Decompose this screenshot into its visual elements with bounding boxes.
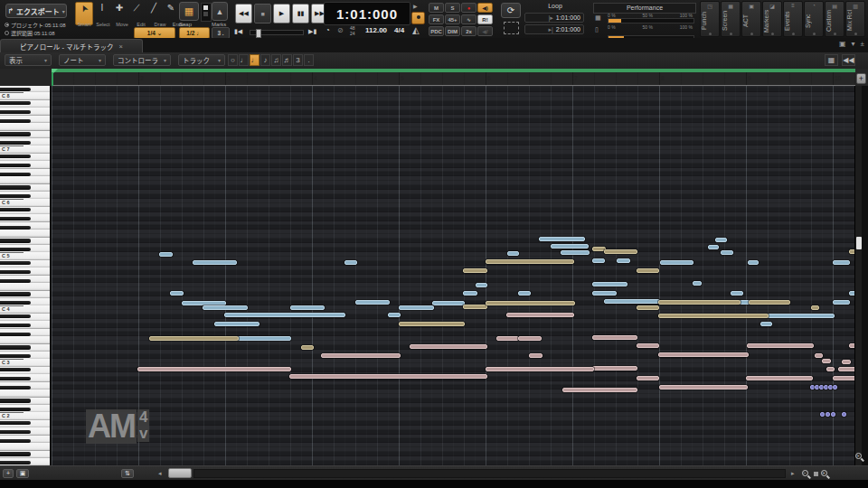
midi-note[interactable]: [432, 301, 465, 305]
tool-edit-button[interactable]: ⟋: [128, 2, 145, 23]
midi-note[interactable]: [731, 291, 743, 296]
black-key[interactable]: [0, 119, 31, 123]
go-to-end-button[interactable]: ▶▮: [308, 28, 316, 35]
midi-note[interactable]: [193, 260, 237, 265]
black-key[interactable]: [0, 155, 31, 158]
view-window-icon-1[interactable]: ▾: [852, 40, 855, 48]
solo-override-button[interactable]: ◀/: [477, 26, 493, 36]
midi-note[interactable]: [637, 343, 659, 348]
midi-note[interactable]: [747, 343, 814, 348]
midi-note[interactable]: [344, 260, 357, 265]
midi-note[interactable]: [463, 305, 487, 309]
loop-end-field[interactable]: ▸| 2:01:000: [524, 24, 584, 34]
black-key[interactable]: [0, 88, 31, 91]
black-key[interactable]: [0, 345, 31, 349]
midi-note[interactable]: [842, 412, 846, 417]
scrub-slider[interactable]: [250, 30, 304, 35]
midi-note[interactable]: [842, 360, 851, 364]
export-selection-radio[interactable]: 選択範囲:05:11:08: [5, 29, 55, 36]
midi-note[interactable]: [822, 359, 831, 363]
black-key[interactable]: [0, 248, 31, 251]
tool-move-button[interactable]: ✚: [111, 2, 127, 23]
midi-note[interactable]: [693, 281, 702, 286]
midi-note[interactable]: [592, 282, 627, 286]
black-key[interactable]: [0, 194, 31, 198]
module-tab-screen[interactable]: ▦Screen: [721, 1, 741, 37]
midi-note[interactable]: [660, 260, 693, 265]
phantom-power-button[interactable]: 45+: [445, 14, 460, 24]
midi-note[interactable]: [182, 301, 226, 305]
midi-note[interactable]: [815, 353, 823, 358]
zoom-level-box[interactable]: [814, 472, 818, 476]
black-key[interactable]: [0, 110, 31, 114]
midi-note[interactable]: [506, 313, 574, 317]
black-key[interactable]: [0, 301, 31, 305]
view-window-icon-2[interactable]: ±: [861, 40, 864, 48]
note-duration-0[interactable]: ○: [228, 54, 238, 66]
module-tab-mix-rcl[interactable]: ▥Mix Rcl: [845, 1, 865, 37]
note-duration-4[interactable]: ♫: [271, 54, 281, 66]
loop-start-field[interactable]: |▸ 1:01:000: [524, 13, 584, 23]
black-key[interactable]: [0, 399, 31, 402]
midi-note[interactable]: [838, 367, 854, 371]
midi-note[interactable]: [463, 291, 477, 296]
black-key[interactable]: [0, 279, 31, 283]
metronome-icon[interactable]: ◭: [412, 25, 420, 35]
go-to-start-button[interactable]: ▮◀: [234, 28, 242, 35]
rewind-button[interactable]: ◀◀: [235, 4, 252, 23]
double-speed-button[interactable]: 2x: [461, 26, 476, 36]
midi-note[interactable]: [237, 336, 291, 341]
midi-note[interactable]: [214, 322, 259, 326]
module-tab-markers[interactable]: ◪Markers: [762, 1, 782, 37]
black-key[interactable]: [0, 101, 31, 105]
midi-note[interactable]: [833, 385, 837, 389]
midi-note[interactable]: [496, 336, 519, 341]
view-window-icon-0[interactable]: ▣: [839, 40, 846, 48]
midi-note[interactable]: [592, 291, 617, 296]
snap-mode-toggles[interactable]: [201, 3, 212, 22]
midi-note[interactable]: [399, 322, 465, 326]
black-key[interactable]: [0, 408, 31, 411]
note-duration-3[interactable]: ♪: [260, 54, 270, 66]
timeline-zoom-in-button[interactable]: +: [856, 73, 866, 84]
horizontal-zoom-in-icon[interactable]: [821, 470, 827, 476]
scroll-right-arrow[interactable]: ▸: [791, 470, 795, 477]
black-key[interactable]: [0, 452, 31, 455]
midi-note[interactable]: [637, 268, 659, 273]
black-key[interactable]: [0, 461, 31, 465]
note-duration-1[interactable]: ♩: [239, 54, 249, 66]
midi-note[interactable]: [592, 335, 637, 340]
midi-note[interactable]: [617, 258, 630, 263]
tool-select-button[interactable]: I: [94, 2, 110, 23]
black-key[interactable]: [0, 333, 31, 336]
midi-note[interactable]: [760, 322, 772, 326]
menu-3[interactable]: トラック▾: [178, 54, 225, 66]
midi-note[interactable]: [507, 251, 519, 256]
midi-note[interactable]: [767, 314, 835, 318]
midi-note[interactable]: [137, 367, 291, 371]
black-key[interactable]: [0, 421, 31, 425]
horizontal-scrollbar-track[interactable]: [193, 469, 786, 478]
midi-note[interactable]: [708, 245, 719, 249]
mute-button[interactable]: M: [429, 3, 444, 13]
vertical-scrollbar[interactable]: [854, 86, 862, 465]
midi-note[interactable]: [604, 249, 637, 254]
midi-note[interactable]: [486, 259, 574, 264]
snap-grid-button[interactable]: ▦: [179, 2, 199, 21]
midi-note[interactable]: [410, 344, 487, 349]
export-project-radio[interactable]: プロジェクト:05:11:08: [5, 21, 66, 28]
module-tab-events[interactable]: ≡Events: [783, 1, 803, 37]
midi-note[interactable]: [658, 352, 749, 357]
midi-note[interactable]: [301, 345, 314, 350]
meter-readout[interactable]: 4/4: [394, 26, 404, 34]
add-track-button[interactable]: +: [3, 469, 14, 478]
tempo-readout[interactable]: 112.00: [365, 26, 387, 34]
black-key[interactable]: [0, 354, 31, 358]
timeline-ruler[interactable]: 2345678910: [52, 72, 855, 86]
retro-record-button[interactable]: R!: [477, 14, 493, 24]
midi-note[interactable]: [659, 385, 748, 389]
marks-button[interactable]: ▲: [212, 2, 228, 21]
pause-button[interactable]: ▮▮: [292, 4, 309, 23]
black-key[interactable]: [0, 292, 31, 296]
midi-note[interactable]: [224, 313, 345, 317]
